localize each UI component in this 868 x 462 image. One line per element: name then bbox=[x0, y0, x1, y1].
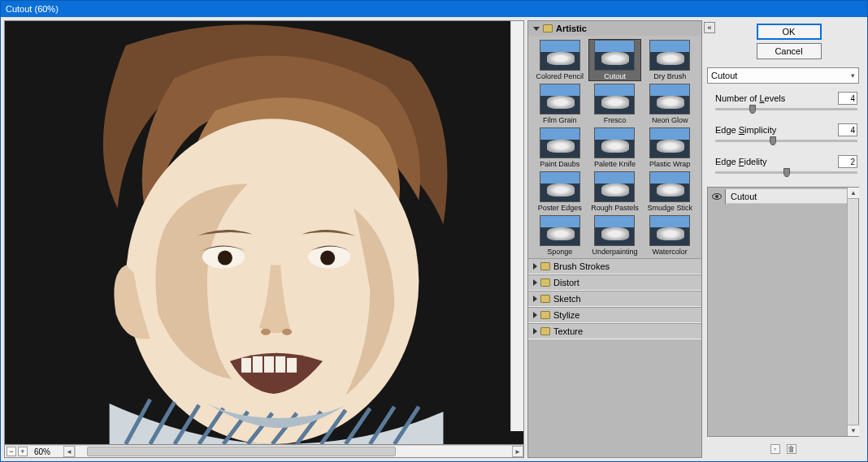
scroll-down-arrow[interactable]: ▼ bbox=[848, 425, 859, 436]
thumb-image bbox=[540, 215, 580, 246]
thumb-image bbox=[540, 127, 580, 158]
disclosure-triangle-icon bbox=[533, 279, 537, 286]
filter-thumb-film-grain[interactable]: Film Grain bbox=[533, 83, 587, 125]
ok-button[interactable]: OK bbox=[757, 24, 822, 40]
scroll-up-arrow[interactable]: ▲ bbox=[848, 188, 859, 199]
effect-layer-row[interactable]: Cutout bbox=[708, 188, 858, 205]
category-label: Sketch bbox=[553, 294, 581, 304]
slider-label: Edge Simplicity bbox=[715, 125, 776, 135]
disclosure-triangle-icon bbox=[533, 312, 537, 318]
category-sketch[interactable]: Sketch bbox=[528, 291, 701, 307]
thumb-image bbox=[594, 40, 635, 71]
fidelity-input[interactable] bbox=[838, 155, 857, 168]
effect-layers-panel: Cutout ▲ ▼ bbox=[707, 187, 859, 437]
svg-rect-12 bbox=[287, 358, 297, 373]
thumb-label: Palette Knife bbox=[594, 160, 636, 168]
category-label: Brush Strokes bbox=[553, 261, 610, 271]
category-label: Artistic bbox=[556, 24, 587, 33]
filter-thumb-smudge-stick[interactable]: Smudge Stick bbox=[643, 171, 697, 213]
slider-edge-fidelity: Edge Fidelity bbox=[715, 155, 857, 175]
hscroll-left-arrow[interactable]: ◄ bbox=[63, 446, 75, 457]
preview-bottom-bar: − + 60% ◄ ► bbox=[4, 445, 524, 458]
thumb-label: Cutout bbox=[604, 72, 626, 80]
filter-thumb-paint-daubs[interactable]: Paint Daubs bbox=[533, 127, 587, 169]
filter-thumb-rough-pastels[interactable]: Rough Pastels bbox=[588, 171, 642, 213]
zoom-controls: − + 60% bbox=[5, 447, 63, 456]
preview-image bbox=[5, 21, 523, 444]
thumb-image bbox=[594, 127, 635, 158]
gallery-empty-area bbox=[528, 339, 701, 457]
levels-input[interactable] bbox=[838, 92, 857, 105]
thumb-image bbox=[649, 171, 690, 202]
zoom-value[interactable]: 60% bbox=[29, 447, 62, 456]
filter-thumb-cutout[interactable]: Cutout bbox=[588, 39, 642, 81]
svg-rect-10 bbox=[264, 356, 274, 373]
filter-thumb-fresco[interactable]: Fresco bbox=[588, 83, 642, 125]
new-effect-layer-button[interactable]: ▫ bbox=[770, 444, 780, 454]
thumb-label: Smudge Stick bbox=[647, 204, 692, 212]
slider-thumb[interactable] bbox=[783, 168, 790, 177]
filter-thumb-poster-edges[interactable]: Poster Edges bbox=[533, 171, 587, 213]
thumb-label: Watercolor bbox=[653, 248, 688, 256]
effect-layer-label: Cutout bbox=[726, 189, 858, 204]
svg-point-7 bbox=[282, 329, 292, 335]
filter-thumb-sponge[interactable]: Sponge bbox=[533, 214, 587, 257]
slider-thumb[interactable] bbox=[770, 136, 776, 145]
thumb-image bbox=[540, 171, 580, 202]
disclosure-triangle-icon bbox=[533, 296, 537, 302]
thumb-label: Paint Daubs bbox=[540, 160, 579, 168]
effect-scrollbar[interactable]: ▲ ▼ bbox=[847, 188, 858, 436]
chevron-down-icon: ▾ bbox=[851, 71, 855, 80]
cancel-button[interactable]: Cancel bbox=[757, 43, 822, 59]
simplicity-input[interactable] bbox=[838, 123, 857, 136]
folder-icon bbox=[540, 295, 550, 303]
simplicity-slider[interactable] bbox=[715, 140, 857, 142]
folder-icon bbox=[540, 262, 550, 270]
filter-thumb-neon-glow[interactable]: Neon Glow bbox=[643, 83, 697, 125]
thumb-label: Sponge bbox=[547, 248, 572, 256]
category-label: Distort bbox=[553, 278, 579, 287]
preview-scrollbar-horizontal[interactable] bbox=[75, 446, 512, 457]
window-title: Cutout (60%) bbox=[6, 4, 59, 14]
category-artistic[interactable]: Artistic bbox=[528, 21, 701, 36]
thumb-label: Poster Edges bbox=[538, 204, 582, 212]
svg-rect-11 bbox=[276, 356, 285, 373]
slider-group: Number of Levels Edge Simplicity Edge Fi… bbox=[707, 89, 859, 177]
hscroll-thumb[interactable] bbox=[87, 447, 396, 456]
hscroll-right-arrow[interactable]: ► bbox=[512, 446, 523, 457]
filter-thumb-plastic-wrap[interactable]: Plastic Wrap bbox=[643, 127, 697, 169]
filter-thumb-palette-knife[interactable]: Palette Knife bbox=[588, 127, 642, 169]
filter-thumb-colored-pencil[interactable]: Colored Pencil bbox=[533, 39, 587, 81]
filter-select-dropdown[interactable]: Cutout ▾ bbox=[707, 67, 859, 84]
fidelity-slider[interactable] bbox=[715, 171, 857, 174]
levels-slider[interactable] bbox=[715, 108, 857, 110]
zoom-out-button[interactable]: − bbox=[7, 447, 16, 456]
visibility-toggle[interactable] bbox=[708, 189, 726, 204]
slider-thumb[interactable] bbox=[749, 105, 756, 114]
category-label: Stylize bbox=[553, 310, 579, 320]
category-stylize[interactable]: Stylize bbox=[528, 307, 701, 323]
svg-point-6 bbox=[261, 329, 271, 335]
thumb-image bbox=[649, 127, 690, 158]
effect-stack-empty bbox=[708, 205, 858, 436]
thumb-label: Rough Pastels bbox=[591, 204, 639, 212]
filter-thumb-dry-brush[interactable]: Dry Brush bbox=[643, 39, 697, 81]
thumb-image bbox=[594, 171, 635, 202]
slider-label: Edge Fidelity bbox=[715, 157, 767, 166]
zoom-in-button[interactable]: + bbox=[18, 447, 28, 456]
collapse-gallery-button[interactable]: « bbox=[704, 22, 715, 33]
slider-number-of-levels: Number of Levels bbox=[715, 92, 857, 112]
delete-effect-layer-button[interactable]: 🗑 bbox=[787, 444, 796, 454]
folder-icon bbox=[540, 278, 550, 287]
preview-scrollbar-vertical[interactable] bbox=[510, 21, 523, 431]
filter-thumb-underpainting[interactable]: Underpainting bbox=[588, 214, 642, 257]
preview-image-box[interactable] bbox=[4, 20, 524, 445]
disclosure-triangle-icon bbox=[533, 27, 540, 31]
category-distort[interactable]: Distort bbox=[528, 274, 701, 291]
thumb-image bbox=[594, 215, 635, 246]
filter-gallery-panel: Artistic Colored PencilCutoutDry BrushFi… bbox=[527, 20, 702, 458]
thumb-label: Plastic Wrap bbox=[649, 160, 690, 168]
filter-thumb-watercolor[interactable]: Watercolor bbox=[643, 214, 697, 257]
category-texture[interactable]: Texture bbox=[528, 323, 701, 339]
category-brush-strokes[interactable]: Brush Strokes bbox=[528, 258, 701, 274]
